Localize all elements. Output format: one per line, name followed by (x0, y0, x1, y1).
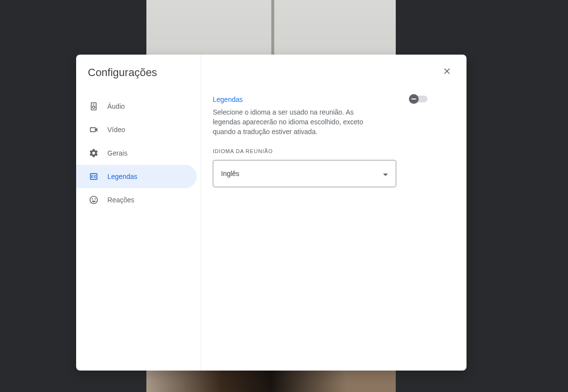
close-icon (442, 66, 452, 78)
closed-caption-icon (88, 171, 100, 182)
captions-description: Selecione o idioma a ser usado na reuniã… (213, 107, 369, 137)
meeting-language-select[interactable]: Inglês (213, 160, 396, 187)
sidebar-item-label: Gerais (107, 149, 127, 157)
meeting-language-label: IDIOMA DA REUNIÃO (213, 148, 427, 154)
captions-title: Legendas (213, 96, 243, 103)
sidebar-item-captions[interactable]: Legendas (76, 165, 197, 188)
sidebar-item-reactions[interactable]: Reações (76, 188, 197, 212)
settings-title: Configurações (76, 66, 201, 91)
captions-header: Legendas (213, 96, 427, 103)
video-background-bottom (146, 368, 396, 392)
settings-modal: Configurações Áudio Vídeo Gerais (76, 55, 467, 371)
close-button[interactable] (439, 64, 455, 80)
select-value: Inglês (221, 170, 239, 177)
videocam-icon (88, 124, 100, 136)
sidebar-items: Áudio Vídeo Gerais Legendas (76, 91, 201, 212)
sidebar-item-label: Vídeo (107, 126, 125, 134)
sidebar-item-audio[interactable]: Áudio (76, 95, 197, 118)
sidebar-item-label: Legendas (107, 173, 138, 180)
toggle-thumb (409, 94, 419, 104)
gear-icon (88, 147, 100, 159)
sidebar-item-label: Áudio (107, 102, 125, 110)
dropdown-arrow-icon (383, 169, 388, 178)
speaker-icon (88, 100, 100, 112)
sidebar-item-general[interactable]: Gerais (76, 141, 197, 165)
settings-content: Legendas Selecione o idioma a ser usado … (201, 55, 467, 371)
sidebar-item-video[interactable]: Vídeo (76, 118, 197, 141)
settings-sidebar: Configurações Áudio Vídeo Gerais (76, 55, 201, 371)
emoji-icon (88, 194, 100, 206)
captions-section: Legendas Selecione o idioma a ser usado … (213, 66, 427, 187)
sidebar-item-label: Reações (107, 196, 134, 204)
captions-toggle[interactable] (410, 96, 427, 102)
